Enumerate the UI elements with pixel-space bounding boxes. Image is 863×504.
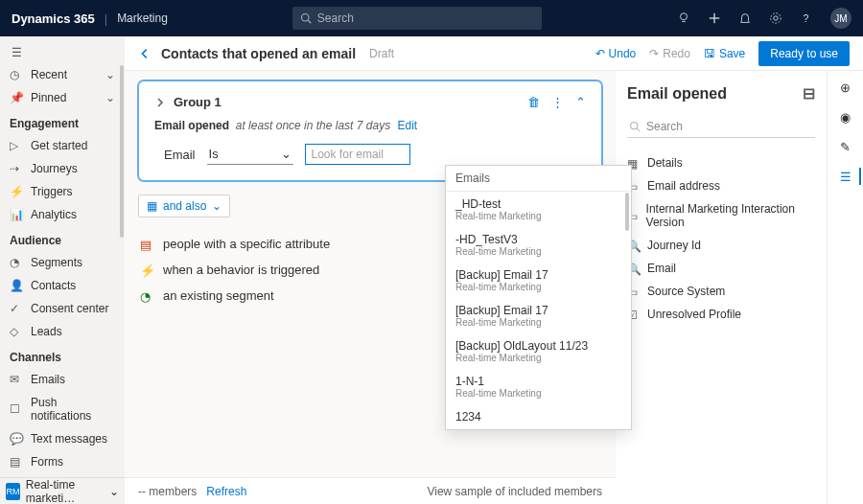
nav-emails[interactable]: ✉Emails — [0, 368, 125, 391]
condition-summary: Email opened at least once in the last 7… — [154, 119, 586, 132]
redo-button[interactable]: ↷ Redo — [649, 47, 690, 60]
svg-line-1 — [308, 20, 311, 23]
svg-line-10 — [637, 128, 640, 131]
chevron-down-icon: ⌄ — [105, 68, 115, 81]
chevron-down-icon: ⌄ — [212, 199, 222, 213]
search-icon — [629, 121, 641, 132]
brand: Dynamics 365 — [12, 11, 95, 26]
right-rail: ⊕ ◉ ✎ ☰ — [827, 71, 863, 504]
email-lookup-input[interactable] — [305, 144, 410, 165]
rail-settings-icon[interactable]: ◉ — [840, 110, 851, 125]
operator-select[interactable]: Is⌄ — [207, 144, 293, 165]
svg-point-6 — [774, 16, 778, 20]
ready-button[interactable]: Ready to use — [758, 41, 850, 66]
svg-point-2 — [681, 13, 688, 20]
delete-icon[interactable]: 🗑 — [527, 95, 540, 109]
add-icon[interactable] — [708, 11, 721, 25]
svg-point-7 — [771, 13, 781, 24]
properties-panel: Email opened⊟ Search ▦Details ▭Email add… — [616, 71, 827, 504]
bell-icon[interactable] — [738, 11, 752, 25]
avatar[interactable]: JM — [830, 8, 851, 29]
gear-icon[interactable] — [769, 11, 782, 25]
group-title: Group 1 — [174, 95, 222, 109]
nav-forms[interactable]: ▤Forms — [0, 450, 125, 473]
area-switcher[interactable]: RM Real-time marketi… ⌄ — [0, 477, 125, 504]
status-label: Draft — [369, 47, 394, 60]
undo-button[interactable]: ↶ Undo — [595, 47, 637, 60]
nav-get-started[interactable]: ▷Get started — [0, 134, 125, 157]
panel-item-source[interactable]: ▭Source System — [627, 280, 815, 303]
nav-journeys[interactable]: ⇢Journeys — [0, 157, 125, 180]
segment-builder: Group 1 🗑 ⋮ ⌃ Email opened at least once… — [125, 71, 616, 504]
dropdown-item[interactable]: _HD-testReal-time Marketing — [446, 192, 631, 227]
section-channels: Channels — [0, 343, 125, 368]
view-sample-link[interactable]: View sample of included members — [427, 485, 602, 498]
scrollbar[interactable] — [120, 65, 124, 238]
svg-point-0 — [301, 14, 309, 22]
page-header: Contacts that opened an email Draft ↶ Un… — [125, 36, 863, 71]
rail-add-icon[interactable]: ⊕ — [840, 80, 851, 95]
panel-search[interactable]: Search — [627, 116, 815, 138]
nav-text[interactable]: 💬Text messages — [0, 427, 125, 450]
email-dropdown: Emails _HD-testReal-time Marketing -HD_T… — [445, 165, 632, 430]
dropdown-item[interactable]: [Backup] Email 17Real-time Marketing — [446, 298, 631, 333]
chevron-down-icon: ⌄ — [281, 147, 292, 161]
dropdown-item[interactable]: [Backup] OldLayout 11/23Real-time Market… — [446, 333, 631, 369]
member-count: -- members — [138, 485, 197, 498]
dropdown-header: Emails — [446, 166, 631, 192]
panel-item-unresolved[interactable]: ☑Unresolved Profile — [627, 303, 815, 326]
panel-item-email-address[interactable]: ▭Email address — [627, 174, 815, 197]
section-audience: Audience — [0, 226, 125, 251]
and-also-button[interactable]: ▦and also⌄ — [138, 195, 230, 218]
more-icon[interactable]: ⋮ — [551, 95, 564, 109]
nav-triggers[interactable]: ⚡Triggers — [0, 180, 125, 203]
save-button[interactable]: 🖫 Save — [704, 47, 745, 60]
panel-title: Email opened — [627, 85, 727, 103]
rail-elements-icon[interactable]: ☰ — [840, 170, 851, 184]
chevron-right-icon[interactable] — [154, 97, 166, 108]
nav-recent[interactable]: ◷Recent⌄ — [0, 63, 125, 86]
dropdown-item[interactable]: 1-N-1Real-time Marketing — [446, 369, 631, 404]
nav-consent[interactable]: ✓Consent center — [0, 297, 125, 320]
edit-link[interactable]: Edit — [397, 119, 417, 132]
panel-item-journey[interactable]: 🔍Journey Id — [627, 234, 815, 257]
nav-analytics[interactable]: 📊Analytics — [0, 203, 125, 226]
lightbulb-icon[interactable] — [677, 11, 690, 25]
section-engagement: Engagement — [0, 109, 125, 134]
nav-push[interactable]: ☐Push notifications — [0, 391, 125, 427]
refresh-link[interactable]: Refresh — [206, 485, 246, 498]
nav-segments[interactable]: ◔Segments — [0, 251, 125, 274]
page-title: Contacts that opened an email — [161, 46, 356, 61]
help-icon[interactable]: ? — [800, 11, 813, 25]
chevron-down-icon: ⌄ — [105, 91, 115, 104]
builder-footer: -- members Refresh View sample of includ… — [125, 477, 616, 504]
top-bar: Dynamics 365 | Marketing Search ? JM — [0, 0, 863, 36]
dropdown-item[interactable]: 1234 — [446, 404, 631, 429]
panel-toggle-icon[interactable]: ⊟ — [803, 84, 815, 103]
chevron-down-icon: ⌄ — [109, 485, 119, 498]
nav-contacts[interactable]: 👤Contacts — [0, 274, 125, 297]
panel-item-interaction[interactable]: ▭Internal Marketing Interaction Version — [627, 197, 815, 234]
dropdown-item[interactable]: [Backup] Email 17Real-time Marketing — [446, 263, 631, 298]
nav-pinned[interactable]: 📌Pinned⌄ — [0, 86, 125, 109]
collapse-icon[interactable]: ⌃ — [575, 95, 586, 109]
back-button[interactable] — [138, 47, 152, 60]
svg-text:?: ? — [804, 12, 809, 24]
area-label: Marketing — [117, 11, 168, 25]
dropdown-item[interactable]: -HD_TestV3Real-time Marketing — [446, 227, 631, 263]
scrollbar[interactable] — [625, 193, 629, 231]
search-icon — [300, 12, 312, 24]
left-nav: ☰ ◷Recent⌄ 📌Pinned⌄ Engagement ▷Get star… — [0, 36, 125, 504]
panel-item-email[interactable]: 🔍Email — [627, 257, 815, 280]
svg-point-9 — [631, 123, 639, 130]
nav-leads[interactable]: ◇Leads — [0, 320, 125, 343]
panel-item-details[interactable]: ▦Details — [627, 151, 815, 174]
hamburger-icon[interactable]: ☰ — [0, 42, 125, 63]
rail-inspect-icon[interactable]: ✎ — [840, 140, 851, 154]
attribute-label: Email — [164, 148, 196, 162]
global-search[interactable]: Search — [292, 7, 542, 30]
